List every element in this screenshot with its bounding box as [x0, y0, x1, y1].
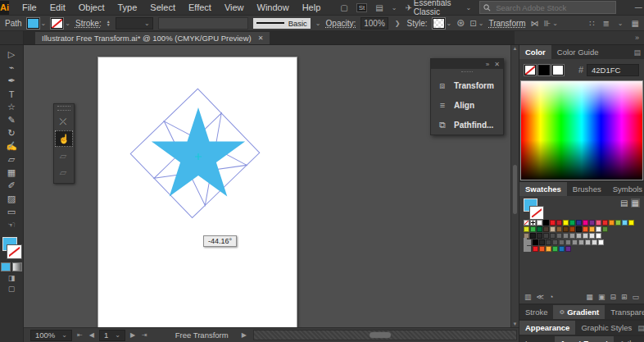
color-swatch[interactable] [572, 239, 578, 245]
pathfinder-panel-item[interactable]: ⧉Pathfind... [431, 115, 503, 135]
new-color-group-icon[interactable]: ⊟ [610, 293, 616, 301]
paintbrush-tool[interactable]: ✎ [2, 114, 20, 126]
color-swatch[interactable] [615, 220, 621, 226]
color-swatch[interactable] [628, 220, 634, 226]
color-swatch[interactable] [583, 220, 588, 226]
layers-group-tab-layers[interactable]: Layers [519, 336, 555, 342]
swatches-tab-symbols[interactable]: Symbols [607, 182, 644, 196]
color-swatch[interactable] [602, 226, 608, 232]
screen-mode-button[interactable]: ▢ [8, 285, 16, 293]
show-swatch-kinds-icon[interactable]: ▦ [586, 293, 593, 301]
color-swatch[interactable] [589, 226, 595, 232]
stroke-proxy[interactable] [530, 207, 543, 219]
color-swatch[interactable] [596, 220, 601, 226]
stroke-group-tab-stroke[interactable]: Stroke [519, 305, 553, 319]
color-swatch[interactable] [569, 233, 575, 239]
stock-search[interactable] [479, 1, 616, 14]
color-swatch[interactable] [550, 226, 556, 232]
color-swatch[interactable] [537, 220, 542, 226]
color-button[interactable] [1, 262, 11, 271]
curvature-tool[interactable]: ⌁ [2, 62, 20, 74]
color-tab-color-guide[interactable]: Color Guide [551, 45, 605, 59]
color-swatch[interactable] [543, 233, 549, 239]
color-swatch[interactable] [552, 239, 558, 245]
artboard-tool[interactable]: ▭ [2, 206, 20, 218]
grid-view-icon[interactable]: ▦ [631, 198, 640, 207]
eyedropper-tool[interactable]: ✐ [2, 180, 20, 192]
variable-width-profile-dropdown[interactable] [158, 17, 248, 30]
horizontal-scroll-thumb[interactable] [370, 332, 391, 338]
vertical-scroll-thumb[interactable] [513, 165, 517, 214]
color-swatch[interactable] [609, 220, 615, 226]
color-swatch[interactable] [596, 226, 601, 232]
color-swatch[interactable] [537, 233, 542, 239]
color-swatch[interactable] [585, 239, 591, 245]
last-artboard-button[interactable]: ⇥ [140, 331, 149, 339]
close-document-icon[interactable]: ✕ [258, 34, 264, 42]
free-distort-button[interactable]: ▱ [55, 165, 71, 180]
color-swatch[interactable] [556, 233, 562, 239]
recolor-artwork-icon[interactable]: ⊛ [456, 17, 465, 29]
zoom-level-dropdown[interactable]: 100% ⌄ [30, 330, 72, 341]
stroke-color-dropdown[interactable]: ⌄ [51, 18, 70, 29]
status-expand-icon[interactable]: ▶ [240, 331, 248, 339]
hand-tool[interactable]: ☜ [2, 219, 20, 231]
menu-select[interactable]: Select [143, 2, 182, 12]
panel-grip[interactable] [461, 71, 473, 75]
appearance-group-tab-graphic-styles[interactable]: Graphic Styles [575, 321, 637, 335]
color-swatch[interactable] [578, 239, 584, 245]
type-tool[interactable]: T [2, 88, 20, 100]
document-tab[interactable]: Illustrator Free Transform.ai* @ 100% (C… [35, 32, 270, 44]
star-artwork[interactable] [98, 57, 297, 327]
swatch-libraries-icon[interactable]: ▥ [524, 293, 532, 301]
color-swatch[interactable] [543, 220, 549, 226]
rotate-tool[interactable]: ↻ [2, 127, 20, 139]
gpu-performance-icon[interactable]: ▢ [340, 3, 347, 12]
color-swatch[interactable] [598, 239, 604, 245]
appearance-group-panel-menu-icon[interactable]: ▤ [637, 324, 644, 332]
free-transform-button[interactable]: ☝ [55, 130, 73, 147]
mesh-tool[interactable]: ▦ [2, 166, 20, 179]
color-panel-menu-icon[interactable]: ▤ [633, 48, 644, 57]
add-to-library-icon[interactable]: ≪ [537, 293, 544, 301]
layers-group-tab-artboards[interactable]: Artboards [614, 336, 644, 342]
color-swatch[interactable] [602, 220, 608, 226]
color-swatch[interactable] [576, 233, 582, 239]
panel-collapse-icon[interactable]: » [486, 61, 489, 68]
color-swatch[interactable] [539, 246, 545, 252]
white-swatch[interactable] [552, 65, 564, 75]
select-similar-dropdown[interactable]: ⊡ ⌄ [469, 19, 483, 28]
color-swatch[interactable] [533, 239, 538, 245]
menu-view[interactable]: View [218, 2, 251, 12]
arrange-documents-icon[interactable]: ▤ [375, 3, 383, 12]
color-swatch[interactable] [530, 226, 536, 232]
menu-file[interactable]: File [16, 2, 43, 12]
opacity-field[interactable]: 100% [361, 17, 388, 30]
minimize-button[interactable]: — [628, 1, 644, 14]
menu-object[interactable]: Object [72, 2, 111, 12]
stroke-group-tab-gradient[interactable]: ≎Gradient [553, 305, 605, 319]
canvas[interactable]: ⤫☝▱▱ -44.16° » ✕ ⧈Transform≡Align⧉Pathfi… [24, 45, 519, 327]
color-swatch[interactable] [550, 233, 556, 239]
brush-definition-dropdown[interactable]: Basic [253, 18, 311, 29]
stroke-link[interactable]: Stroke: [75, 19, 102, 28]
star-shape[interactable] [152, 107, 245, 197]
list-view-icon[interactable]: ▤ [620, 198, 628, 207]
adobe-stock-icon[interactable]: St [356, 3, 368, 12]
color-swatch[interactable] [565, 239, 571, 245]
color-swatch[interactable] [556, 220, 562, 226]
menu-type[interactable]: Type [111, 2, 144, 12]
color-swatch[interactable] [622, 220, 628, 226]
color-swatch[interactable] [552, 246, 558, 252]
app-grid-icon[interactable]: ▦ [632, 19, 639, 28]
color-swatch[interactable] [583, 233, 588, 239]
scroll-down-icon[interactable]: ▼ [513, 321, 518, 326]
color-group-folder-icon[interactable] [524, 246, 531, 252]
registration-swatch[interactable] [530, 220, 536, 226]
delete-swatch-icon[interactable]: ▭ [632, 293, 639, 301]
cloud-libraries-icon[interactable]: ◔ [549, 293, 553, 301]
style-dropdown[interactable]: ⌄ [433, 18, 452, 29]
fill-stroke-proxy[interactable] [2, 237, 21, 258]
color-swatch[interactable] [565, 246, 571, 252]
scroll-up-icon[interactable]: ▲ [513, 46, 518, 51]
